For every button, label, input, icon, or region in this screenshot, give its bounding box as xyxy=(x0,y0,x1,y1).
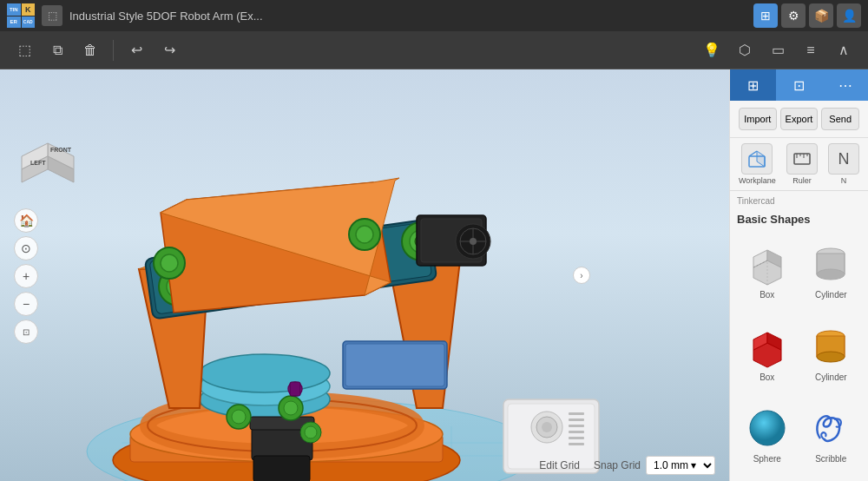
snap-grid-control: Snap Grid 1.0 mm ▾ 0.5 mm 2.0 mm xyxy=(594,456,715,475)
shape-box-gray[interactable]: Box xyxy=(737,234,798,313)
ruler-label: Ruler xyxy=(792,176,812,185)
up-button[interactable]: ∧ xyxy=(830,36,858,64)
header-right: ⊞ ⚙ 📦 👤 xyxy=(753,3,861,28)
tab-more[interactable]: ⋯ xyxy=(822,69,868,101)
more-tool: N N xyxy=(828,143,859,185)
shape-label-scribble: Scribble xyxy=(815,454,846,464)
svg-point-27 xyxy=(232,410,246,424)
edit-grid-button[interactable]: Edit Grid xyxy=(539,459,580,471)
logo-cad: CAD xyxy=(22,16,36,29)
copy-button[interactable]: ⧉ xyxy=(43,36,71,64)
svg-rect-67 xyxy=(569,437,584,439)
more-button[interactable]: N xyxy=(828,143,859,175)
toolbar-separator-1 xyxy=(113,40,114,61)
shape-label-cylinder-gray: Cylinder xyxy=(815,290,847,300)
svg-line-73 xyxy=(749,151,757,156)
panel-actions: Import Export Send xyxy=(730,101,868,138)
page-title: Industrial Style 5DOF Robot Arm (Ex... xyxy=(69,10,746,23)
shape-thumb-sphere-blue xyxy=(743,404,792,452)
shape-thumb-scribble xyxy=(806,404,855,452)
send-button[interactable]: Send xyxy=(821,108,859,130)
svg-rect-68 xyxy=(569,443,584,445)
import-button[interactable]: Import xyxy=(739,108,777,130)
viewport-bottom: Edit Grid Snap Grid 1.0 mm ▾ 0.5 mm 2.0 … xyxy=(0,450,729,481)
more-label: N xyxy=(841,176,847,185)
svg-rect-63 xyxy=(569,412,584,415)
header: TIN K ER CAD ⬚ Industrial Style 5DOF Rob… xyxy=(0,0,868,31)
robot-svg xyxy=(35,113,625,481)
user-button[interactable]: 👤 xyxy=(837,3,861,28)
logo-tin: TIN xyxy=(7,3,21,16)
new-button[interactable]: ⬚ xyxy=(10,36,38,64)
panel-tools: Workplane Ruler N N xyxy=(730,138,868,191)
toolbar: ⬚ ⧉ 🗑 ↩ ↪ 💡 ⬡ ▭ ≡ ∧ xyxy=(0,31,868,69)
main: LEFT FRONT 🏠 ⊙ + − ⊡ xyxy=(0,69,868,481)
logo-er: ER xyxy=(7,16,21,29)
svg-point-29 xyxy=(284,401,298,415)
shape-label-box-gray: Box xyxy=(760,290,774,300)
svg-point-53 xyxy=(161,254,178,272)
workplane-button[interactable] xyxy=(741,143,773,175)
robot-model xyxy=(35,113,660,481)
logo: TIN K ER CAD xyxy=(7,3,35,28)
svg-point-62 xyxy=(542,422,552,432)
viewport[interactable]: LEFT FRONT 🏠 ⊙ + − ⊡ xyxy=(0,69,729,481)
shape-scribble[interactable]: Scribble xyxy=(801,399,862,478)
svg-point-99 xyxy=(750,411,785,445)
shape-label-box-red: Box xyxy=(760,372,774,382)
tab-shapes[interactable]: ⊞ xyxy=(730,69,776,101)
panel-category-title: Basic Shapes xyxy=(730,211,868,231)
shape-cylinder-orange[interactable]: Cylinder xyxy=(801,317,862,396)
shapes-grid: Box Cylinder Box Cylind xyxy=(730,231,868,481)
svg-rect-65 xyxy=(569,425,584,427)
grid-view-button[interactable]: ⊞ xyxy=(753,3,778,28)
undo-button[interactable]: ↩ xyxy=(122,36,150,64)
svg-point-88 xyxy=(817,269,845,280)
panel-category: Tinkercad xyxy=(730,191,868,211)
rectangle-button[interactable]: ▭ xyxy=(764,36,792,64)
svg-rect-66 xyxy=(569,431,584,433)
tools-button[interactable]: ⚙ xyxy=(781,3,806,28)
svg-point-55 xyxy=(356,226,373,243)
svg-rect-57 xyxy=(290,382,300,396)
shape-thumb-box-gray xyxy=(743,240,792,288)
shape-button[interactable]: ⬡ xyxy=(731,36,759,64)
svg-point-96 xyxy=(817,352,845,362)
shape-label-sphere-blue: Sphere xyxy=(753,454,781,464)
shape-thumb-cylinder-orange xyxy=(806,322,855,371)
export-button[interactable]: Export xyxy=(780,108,819,130)
svg-rect-70 xyxy=(345,344,444,386)
light-button[interactable]: 💡 xyxy=(698,36,726,64)
snap-grid-label: Snap Grid xyxy=(594,459,641,471)
shape-cylinder-gray[interactable]: Cylinder xyxy=(801,234,862,313)
snap-grid-select[interactable]: 1.0 mm ▾ 0.5 mm 2.0 mm xyxy=(646,456,715,475)
ruler-button[interactable] xyxy=(786,143,818,175)
logo-k: K xyxy=(22,3,36,16)
file-icon: ⬚ xyxy=(42,5,62,26)
redo-button[interactable]: ↪ xyxy=(155,36,183,64)
right-panel: ⊞ ⊡ ⋯ Import Export Send Workplane Ruler xyxy=(729,69,868,481)
delete-button[interactable]: 🗑 xyxy=(76,36,104,64)
shape-sphere-blue[interactable]: Sphere xyxy=(737,399,798,478)
shape-label-cylinder-orange: Cylinder xyxy=(815,372,847,382)
workplane-tool: Workplane xyxy=(739,143,776,185)
svg-point-23 xyxy=(200,354,330,392)
shape-box-red[interactable]: Box xyxy=(737,317,798,396)
panel-tab-bar: ⊞ ⊡ ⋯ xyxy=(730,69,868,101)
svg-rect-64 xyxy=(569,418,584,421)
shape-thumb-box-red xyxy=(743,322,792,371)
export-button[interactable]: 📦 xyxy=(809,3,833,28)
tab-tools[interactable]: ⊡ xyxy=(776,69,822,101)
ruler-tool: Ruler xyxy=(786,143,818,185)
workplane-label: Workplane xyxy=(739,176,776,185)
svg-point-49 xyxy=(470,238,477,245)
menu-button[interactable]: ≡ xyxy=(797,36,825,64)
svg-point-31 xyxy=(305,426,317,438)
shape-thumb-cylinder-gray xyxy=(806,240,855,288)
svg-marker-75 xyxy=(757,151,765,167)
panel-collapse-button[interactable]: › xyxy=(573,267,590,284)
